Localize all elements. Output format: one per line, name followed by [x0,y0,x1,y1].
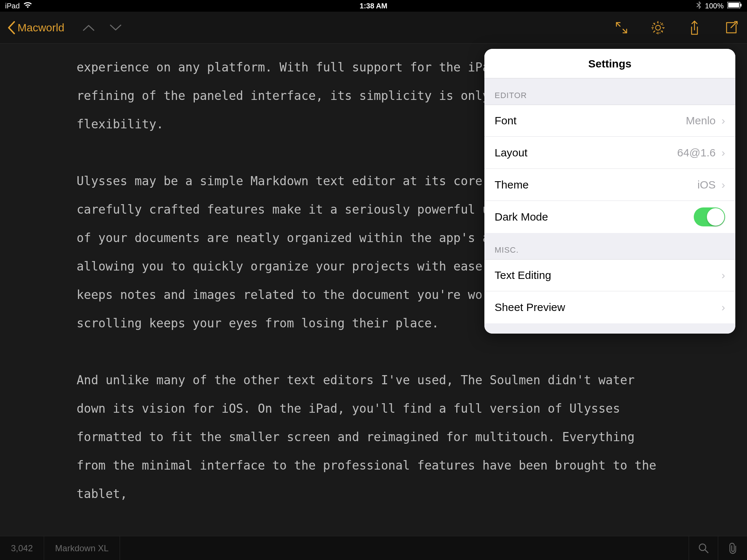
bluetooth-icon [696,1,701,11]
chevron-right-icon: › [721,147,725,159]
row-label: Font [495,114,686,127]
svg-line-10 [705,550,708,553]
popover-arrow [647,49,663,50]
svg-point-5 [655,25,660,30]
row-value: iOS [697,179,716,191]
fullscreen-button[interactable] [614,20,629,35]
device-label: iPad [5,2,20,10]
chevron-right-icon: › [721,179,725,191]
svg-rect-1 [728,3,739,7]
word-count[interactable]: 3,042 [0,536,44,560]
popover-title: Settings [484,49,735,78]
settings-row-sheet-preview[interactable]: Sheet Preview › [484,291,735,323]
settings-row-layout[interactable]: Layout 64@1.6 › [484,137,735,169]
chevron-right-icon: › [721,269,725,281]
settings-button[interactable] [651,20,665,35]
wifi-icon [23,2,32,10]
row-label: Layout [495,147,677,159]
compose-button[interactable] [724,20,738,35]
row-value: 64@1.6 [677,147,716,159]
chevron-right-icon: › [721,114,725,127]
section-header-misc: MISC. [484,233,735,259]
attachment-button[interactable] [718,536,747,560]
svg-line-4 [623,29,627,33]
svg-line-3 [616,23,620,26]
settings-row-theme[interactable]: Theme iOS › [484,169,735,201]
row-label: Text Editing [495,269,721,281]
nav-down-button[interactable] [109,24,122,32]
chevron-left-icon [7,21,15,34]
markup-mode[interactable]: Markdown XL [44,536,120,560]
battery-percent: 100% [705,2,724,10]
bottom-bar: 3,042 Markdown XL [0,536,747,560]
section-header-editor: EDITOR [484,78,735,105]
status-bar: iPad 1:38 AM 100% [0,0,747,12]
clock-label: 1:38 AM [360,2,387,10]
settings-row-font[interactable]: Font Menlo › [484,105,735,137]
settings-row-text-editing[interactable]: Text Editing › [484,259,735,291]
back-button[interactable]: Macworld [7,21,64,34]
dark-mode-toggle[interactable] [694,207,725,226]
settings-row-dark-mode: Dark Mode [484,201,735,233]
share-button[interactable] [687,20,702,35]
settings-popover: Settings EDITOR Font Menlo › Layout 64@1… [484,49,735,334]
row-label: Theme [495,179,697,191]
nav-up-button[interactable] [82,24,95,32]
back-label: Macworld [18,22,64,34]
row-label: Sheet Preview [495,301,721,314]
chevron-right-icon: › [721,301,725,314]
battery-icon [727,2,742,10]
toggle-knob [707,208,724,226]
row-label: Dark Mode [495,211,694,223]
search-button[interactable] [689,536,718,560]
row-value: Menlo [686,114,716,127]
toolbar: Macworld [0,12,747,44]
svg-rect-2 [740,4,742,7]
